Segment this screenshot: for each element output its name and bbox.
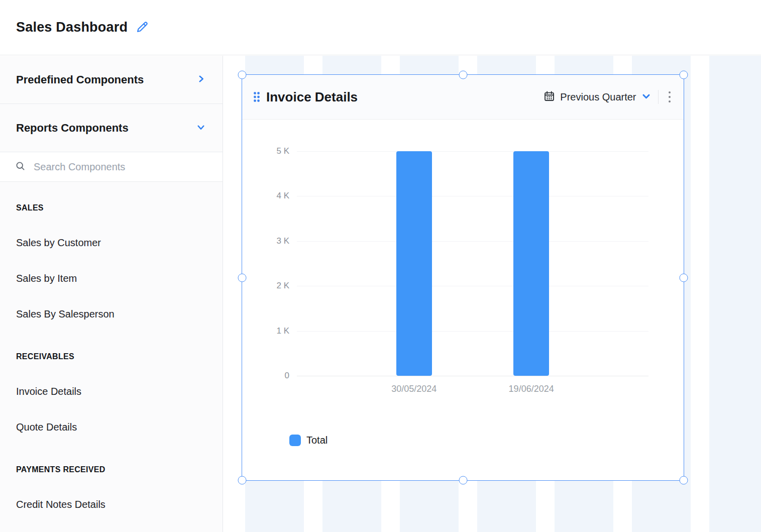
top-header: Sales Dashboard — [0, 0, 761, 55]
section-header-payments-received: PAYMENTS RECEIVED — [16, 458, 223, 482]
sidebar-item-sales-by-salesperson[interactable]: Sales By Salesperson — [16, 296, 223, 332]
y-axis-tick: 4 K — [242, 191, 289, 201]
drag-handle-dots-icon[interactable] — [253, 91, 260, 102]
y-axis-tick: 1 K — [242, 326, 289, 336]
gridline — [297, 196, 648, 196]
chart-legend[interactable]: Total — [289, 435, 328, 446]
date-range-value: Previous Quarter — [560, 91, 636, 103]
bar-19/06/2024[interactable] — [513, 151, 549, 376]
page-title: Sales Dashboard — [16, 20, 128, 35]
chevron-down-icon — [641, 91, 651, 103]
gridline — [297, 286, 648, 286]
group-label: Reports Components — [16, 122, 129, 135]
sidebar-item-sales-by-customer[interactable]: Sales by Customer — [16, 225, 223, 261]
date-range-dropdown[interactable]: Previous Quarter — [543, 90, 650, 104]
y-axis-tick: 0 — [242, 371, 289, 381]
divider — [658, 90, 659, 104]
resize-handle[interactable] — [238, 273, 247, 282]
gridline — [297, 376, 648, 376]
edit-pencil-icon[interactable] — [136, 21, 149, 34]
sidebar-group-reports-components[interactable]: Reports Components — [0, 104, 223, 152]
kebab-menu-icon[interactable] — [667, 88, 673, 106]
resize-handle[interactable] — [680, 273, 688, 282]
chevron-right-icon — [196, 74, 205, 85]
x-axis-tick: 30/05/2024 — [391, 384, 437, 394]
section-header-receivables: RECEIVABLES — [16, 345, 223, 369]
gridline — [297, 241, 648, 242]
components-sidebar: Predefined Components Reports Components… — [0, 56, 223, 532]
search-components-input[interactable] — [34, 161, 199, 173]
invoice-details-widget[interactable]: Invoice Details Previous Quarter — [242, 74, 684, 481]
widget-title: Invoice Details — [266, 89, 358, 105]
components-list: SALESSales by CustomerSales by ItemSales… — [0, 182, 223, 522]
sidebar-item-quote-details[interactable]: Quote Details — [16, 409, 223, 445]
chevron-down-icon — [196, 123, 205, 134]
widget-header: Invoice Details Previous Quarter — [242, 75, 684, 120]
sidebar-group-predefined-components[interactable]: Predefined Components — [0, 56, 223, 104]
sidebar-item-invoice-details[interactable]: Invoice Details — [16, 374, 223, 409]
group-label: Predefined Components — [16, 73, 144, 86]
bar-30/05/2024[interactable] — [396, 151, 432, 376]
bar-chart: 5 K4 K3 K2 K1 K030/05/202419/06/2024Tota… — [242, 120, 684, 480]
resize-handle[interactable] — [680, 476, 688, 485]
legend-swatch — [289, 435, 301, 446]
calendar-icon — [543, 90, 555, 104]
section-header-sales: SALES — [16, 196, 223, 220]
resize-handle[interactable] — [680, 71, 688, 79]
resize-handle[interactable] — [238, 476, 247, 485]
y-axis-tick: 5 K — [242, 146, 289, 156]
resize-handle[interactable] — [459, 476, 467, 485]
sales-dashboard-app: Sales Dashboard Predefined Components Re… — [0, 0, 761, 532]
resize-handle[interactable] — [238, 71, 247, 79]
sidebar-item-sales-by-item[interactable]: Sales by Item — [16, 261, 223, 296]
y-axis-tick: 3 K — [242, 236, 289, 246]
legend-label: Total — [306, 435, 328, 446]
gridline — [297, 331, 648, 332]
gridline — [297, 151, 648, 152]
x-axis-tick: 19/06/2024 — [509, 384, 554, 394]
sidebar-item-credit-notes-details[interactable]: Credit Notes Details — [16, 487, 223, 522]
search-icon — [15, 161, 26, 173]
resize-handle[interactable] — [459, 71, 467, 79]
y-axis-tick: 2 K — [242, 281, 289, 291]
search-row — [0, 152, 223, 182]
